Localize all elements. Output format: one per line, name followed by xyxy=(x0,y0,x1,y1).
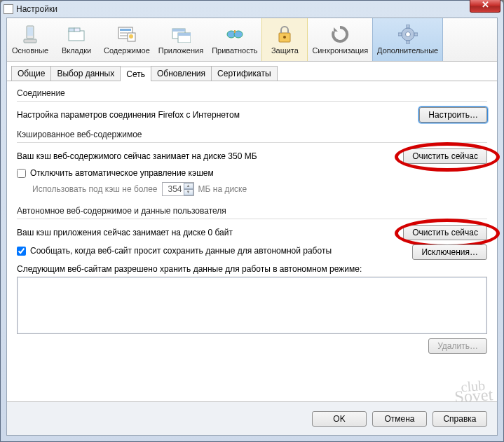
notify-offline-label: Сообщать, когда веб-сайт просит сохранит… xyxy=(30,246,332,256)
category-toolbar: Основные Вкладки Содержимое Приложения xyxy=(7,18,497,62)
close-button[interactable]: ✕ xyxy=(470,0,500,13)
offline-sites-listbox[interactable] xyxy=(17,277,487,334)
cat-content[interactable]: Содержимое xyxy=(100,18,154,61)
exceptions-button[interactable]: Исключения… xyxy=(412,244,487,260)
svg-rect-13 xyxy=(172,29,185,32)
svg-rect-2 xyxy=(24,39,36,43)
cat-label: Дополнительные xyxy=(377,46,438,55)
svg-rect-24 xyxy=(407,41,409,44)
offline-sites-label: Следующим веб-сайтам разрешено хранить д… xyxy=(17,264,487,274)
group-cache-title: Кэшированное веб-содержимое xyxy=(17,130,487,139)
offline-status-text: Ваш кэш приложения сейчас занимает на ди… xyxy=(17,228,233,237)
override-cache-label: Отключить автоматическое управление кэше… xyxy=(30,168,214,178)
svg-rect-26 xyxy=(414,33,418,36)
cat-advanced[interactable]: Дополнительные xyxy=(372,18,443,61)
cat-label: Основные xyxy=(12,46,48,55)
general-icon xyxy=(20,25,41,44)
delete-site-button[interactable]: Удалить… xyxy=(428,338,487,354)
titlebar: Настройки ✕ xyxy=(1,1,503,18)
spinner-icon[interactable]: ▲▼ xyxy=(184,183,193,195)
help-button[interactable]: Справка xyxy=(433,411,487,427)
cat-tabs[interactable]: Вкладки xyxy=(53,18,100,61)
cat-security[interactable]: Защита xyxy=(261,18,308,61)
clear-offline-button[interactable]: Очистить сейчас xyxy=(403,225,487,240)
cat-general[interactable]: Основные xyxy=(7,18,53,61)
svg-rect-9 xyxy=(120,35,128,36)
cat-applications[interactable]: Приложения xyxy=(154,18,207,61)
cat-privacy[interactable]: Приватность xyxy=(207,18,261,61)
tab-general[interactable]: Общие xyxy=(11,66,51,81)
cat-sync[interactable]: Синхронизация xyxy=(308,18,372,61)
svg-rect-3 xyxy=(69,31,84,41)
cat-label: Защита xyxy=(271,46,299,55)
ok-button[interactable]: OK xyxy=(312,411,367,427)
cat-label: Содержимое xyxy=(104,46,150,55)
app-icon xyxy=(4,4,13,14)
group-connection-title: Соединение xyxy=(17,88,487,98)
tabs-row: Общие Выбор данных Сеть Обновления Серти… xyxy=(7,62,497,81)
cat-label: Приватность xyxy=(212,46,257,55)
svg-point-11 xyxy=(129,34,133,39)
notify-offline-checkbox-row[interactable]: Сообщать, когда веб-сайт просит сохранит… xyxy=(17,246,332,256)
svg-rect-5 xyxy=(74,28,80,32)
tab-updates[interactable]: Обновления xyxy=(151,66,212,81)
applications-icon xyxy=(170,25,191,44)
svg-point-22 xyxy=(405,32,410,37)
sync-icon xyxy=(329,25,350,44)
clear-cache-button[interactable]: Очистить сейчас xyxy=(403,149,487,164)
override-cache-checkbox[interactable] xyxy=(17,169,26,178)
svg-rect-1 xyxy=(27,27,33,36)
svg-rect-23 xyxy=(407,25,409,28)
cache-status-text: Ваш кэш веб-содержимого сейчас занимает … xyxy=(17,151,257,161)
svg-rect-8 xyxy=(120,32,127,34)
configure-connection-button[interactable]: Настроить… xyxy=(419,107,487,123)
override-cache-checkbox-row[interactable]: Отключить автоматическое управление кэше… xyxy=(17,168,487,178)
network-pane: Соединение Настройка параметров соединен… xyxy=(7,81,497,362)
cache-limit-label-post: МБ на диске xyxy=(198,184,247,194)
tab-data-choices[interactable]: Выбор данных xyxy=(50,66,121,81)
svg-point-20 xyxy=(283,36,286,39)
connection-desc: Настройка параметров соединения Firefox … xyxy=(17,110,240,120)
lock-icon xyxy=(274,25,295,44)
notify-offline-checkbox[interactable] xyxy=(17,247,26,256)
privacy-icon xyxy=(224,25,245,44)
watermark: clubSovet xyxy=(454,380,493,403)
svg-rect-4 xyxy=(69,28,74,32)
tab-certificates[interactable]: Сертификаты xyxy=(211,66,278,81)
cat-label: Вкладки xyxy=(62,46,91,55)
gear-icon xyxy=(397,25,418,44)
cache-limit-label-pre: Использовать под кэш не более xyxy=(32,184,158,194)
content-icon xyxy=(116,25,137,44)
svg-rect-15 xyxy=(178,33,191,36)
dialog-footer: OK Отмена Справка xyxy=(7,401,497,435)
cat-label: Приложения xyxy=(158,46,203,55)
cancel-button[interactable]: Отмена xyxy=(372,411,427,427)
close-icon: ✕ xyxy=(482,0,489,10)
group-offline-title: Автономное веб-содержимое и данные польз… xyxy=(17,206,487,216)
tabs-icon xyxy=(66,25,87,44)
svg-rect-7 xyxy=(120,29,131,31)
cat-label: Синхронизация xyxy=(312,46,368,55)
svg-rect-18 xyxy=(234,30,236,33)
window-title: Настройки xyxy=(16,4,57,14)
svg-rect-25 xyxy=(398,33,402,36)
tab-network[interactable]: Сеть xyxy=(120,67,151,81)
